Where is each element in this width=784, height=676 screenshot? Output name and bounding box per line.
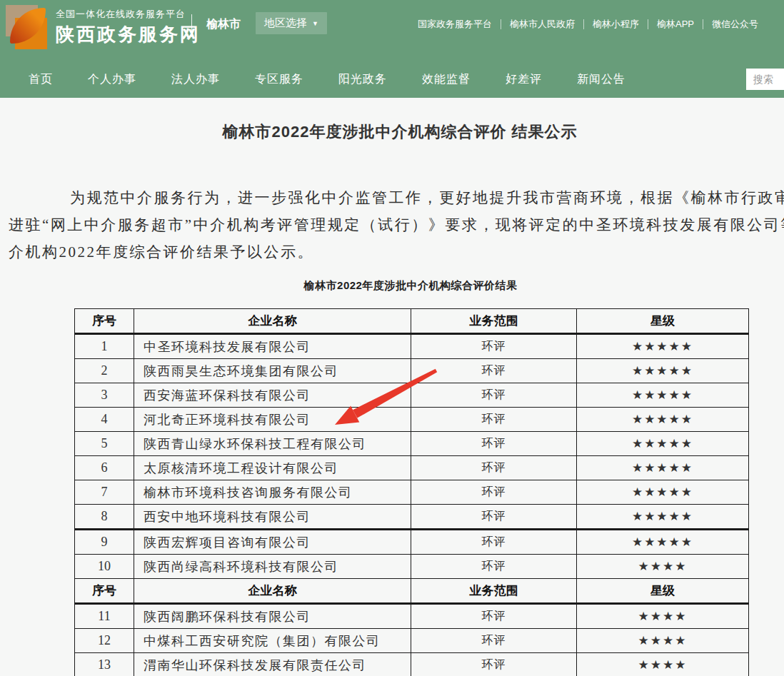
nav-item-法人办事[interactable]: 法人办事: [171, 72, 220, 87]
row-number-cell: 7: [75, 480, 134, 505]
nav-item-好差评[interactable]: 好差评: [506, 72, 542, 87]
row-number-cell: 2: [75, 359, 134, 383]
nav-item-个人办事[interactable]: 个人办事: [88, 72, 136, 87]
company-name-cell: 陕西青山绿水环保科技工程有限公司: [134, 432, 411, 456]
column-header: 企业名称: [134, 309, 411, 334]
current-city-label[interactable]: 榆林市: [206, 17, 241, 32]
nav-item-专区服务[interactable]: 专区服务: [255, 72, 303, 87]
table-row: 6太原核清环境工程设计有限公司环评★★★★★: [75, 456, 749, 480]
company-name-cell: 西安中地环境科技有限公司: [134, 505, 411, 530]
document-page: 榆林市2022年度涉批中介机构综合评价 结果公示 为规范中介服务行为，进一步强化…: [0, 98, 784, 676]
company-name-cell: 渭南华山环保科技发展有限责任公司: [134, 653, 411, 676]
chevron-down-icon: ▼: [312, 20, 318, 27]
search-input[interactable]: [746, 69, 784, 90]
table-row: 12中煤科工西安研究院（集团）有限公司环评★★★★: [75, 629, 749, 653]
nav-item-阳光政务[interactable]: 阳光政务: [338, 72, 387, 87]
business-scope-cell: 环评: [411, 334, 577, 359]
nav-item-效能监督[interactable]: 效能监督: [422, 72, 471, 87]
region-selector-label: 地区选择: [264, 16, 307, 30]
business-scope-cell: 环评: [411, 604, 577, 629]
table-row: 10陕西尚绿高科环境科技有限公司环评★★★★: [75, 555, 749, 579]
column-header: 业务范围: [411, 579, 577, 604]
company-name-cell: 中煤科工西安研究院（集团）有限公司: [134, 629, 411, 653]
row-number-cell: 10: [75, 555, 134, 579]
header-link[interactable]: 榆林市人民政府: [501, 18, 583, 31]
table-row: 13渭南华山环保科技发展有限责任公司环评★★★★: [75, 653, 749, 676]
company-name-cell: 中圣环境科技发展有限公司: [134, 334, 411, 359]
star-rating-cell: ★★★★: [577, 629, 749, 653]
row-number-cell: 6: [75, 456, 134, 480]
table-row: 9陕西宏辉项目咨询有限公司环评★★★★★: [75, 530, 749, 555]
nav-item-新闻公告[interactable]: 新闻公告: [577, 72, 625, 87]
business-scope-cell: 环评: [411, 432, 577, 456]
row-number-cell: 11: [75, 604, 134, 629]
star-rating-cell: ★★★★★: [577, 432, 749, 456]
star-rating-cell: ★★★★★: [577, 334, 749, 359]
company-name-cell: 榆林市环境科技咨询服务有限公司: [134, 480, 411, 505]
header-links: 国家政务服务平台榆林市人民政府榆林小程序榆林APP微信公众号注册: [409, 18, 784, 31]
table-row: 11陕西阔鹏环保科技有限公司环评★★★★: [75, 604, 749, 629]
column-header: 企业名称: [134, 579, 411, 604]
paragraph-line-3: 介机构2022年度综合评价结果予以公示。: [9, 242, 314, 262]
business-scope-cell: 环评: [411, 629, 577, 653]
business-scope-cell: 环评: [411, 359, 577, 383]
table-row: 7榆林市环境科技咨询服务有限公司环评★★★★★: [75, 480, 749, 505]
star-rating-cell: ★★★★: [577, 555, 749, 579]
row-number-cell: 1: [75, 334, 134, 359]
site-logo-icon[interactable]: [6, 5, 49, 49]
region-selector-button[interactable]: 地区选择 ▼: [256, 12, 327, 34]
search-box[interactable]: [746, 69, 784, 90]
table-row: 1中圣环境科技发展有限公司环评★★★★★: [75, 334, 749, 359]
platform-name: 全国一体化在线政务服务平台: [56, 7, 201, 21]
column-header: 序号: [75, 579, 134, 604]
row-number-cell: 8: [75, 505, 134, 530]
business-scope-cell: 环评: [411, 505, 577, 530]
header-link[interactable]: 国家政务服务平台: [409, 18, 501, 31]
column-header: 业务范围: [411, 309, 577, 334]
nav-item-首页[interactable]: 首页: [29, 72, 53, 87]
business-scope-cell: 环评: [411, 456, 577, 480]
site-header: 全国一体化在线政务服务平台 陕西政务服务网 榆林市 地区选择 ▼ 国家政务服务平…: [0, 0, 784, 61]
company-name-cell: 陕西尚绿高科环境科技有限公司: [134, 555, 411, 579]
brand-block: 全国一体化在线政务服务平台 陕西政务服务网: [56, 7, 201, 47]
evaluation-results-table: 序号企业名称业务范围星级1中圣环境科技发展有限公司环评★★★★★2陕西雨昊生态环…: [74, 308, 749, 676]
company-name-cell: 河北奇正环境科技有限公司: [134, 408, 411, 432]
business-scope-cell: 环评: [411, 408, 577, 432]
table-body: 序号企业名称业务范围星级1中圣环境科技发展有限公司环评★★★★★2陕西雨昊生态环…: [75, 309, 749, 676]
business-scope-cell: 环评: [411, 383, 577, 408]
paragraph-line-1: 为规范中介服务行为，进一步强化中介监管工作，更好地提升我市营商环境，根据《榆林市…: [9, 188, 784, 208]
header-link[interactable]: 榆林小程序: [584, 18, 648, 31]
column-header: 序号: [75, 309, 134, 334]
row-number-cell: 3: [75, 383, 134, 408]
star-rating-cell: ★★★★★: [577, 530, 749, 555]
table-caption: 榆林市2022年度涉批中介机构综合评价结果: [0, 279, 784, 293]
star-rating-cell: ★★★★★: [577, 505, 749, 530]
register-link[interactable]: 注册: [779, 18, 784, 31]
company-name-cell: 陕西阔鹏环保科技有限公司: [134, 604, 411, 629]
column-header: 星级: [577, 309, 749, 334]
table-row: 4河北奇正环境科技有限公司环评★★★★★: [75, 408, 749, 432]
page-title: 榆林市2022年度涉批中介机构综合评价 结果公示: [0, 121, 784, 143]
header-link[interactable]: 微信公众号: [703, 18, 767, 31]
header-link[interactable]: 榆林APP: [648, 18, 703, 31]
table-row: 5陕西青山绿水环保科技工程有限公司环评★★★★★: [75, 432, 749, 456]
row-number-cell: 9: [75, 530, 134, 555]
star-rating-cell: ★★★★★: [577, 359, 749, 383]
star-rating-cell: ★★★★★: [577, 480, 749, 505]
business-scope-cell: 环评: [411, 653, 577, 676]
company-name-cell: 陕西雨昊生态环境集团有限公司: [134, 359, 411, 383]
table-header-row: 序号企业名称业务范围星级: [75, 579, 749, 604]
table-header-row: 序号企业名称业务范围星级: [75, 309, 749, 334]
star-rating-cell: ★★★★★: [577, 456, 749, 480]
main-content: 榆林市2022年度涉批中介机构综合评价 结果公示 为规范中介服务行为，进一步强化…: [0, 98, 784, 676]
star-rating-cell: ★★★★: [577, 604, 749, 629]
site-name: 陕西政务服务网: [56, 21, 201, 47]
company-name-cell: 太原核清环境工程设计有限公司: [134, 456, 411, 480]
star-rating-cell: ★★★★★: [577, 408, 749, 432]
company-name-cell: 西安海蓝环保科技有限公司: [134, 383, 411, 408]
business-scope-cell: 环评: [411, 555, 577, 579]
paragraph-line-2: 进驻“网上中介服务超市”中介机构考评管理规定（试行）》要求，现将评定的中圣环境科…: [9, 215, 784, 235]
main-nav: 首页个人办事法人办事专区服务阳光政务效能监督好差评新闻公告: [0, 61, 784, 98]
row-number-cell: 5: [75, 432, 134, 456]
star-rating-cell: ★★★★★: [577, 383, 749, 408]
